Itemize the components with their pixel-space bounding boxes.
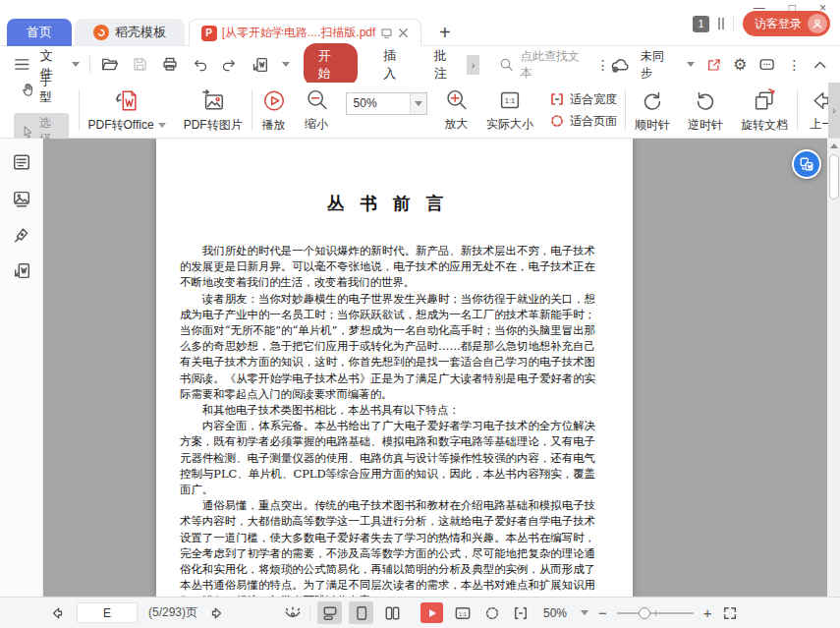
scroll-up-arrow[interactable] <box>830 143 838 148</box>
pdf-page-content: 丛 书 前 言 我们所处的时代是一个知识爆炸的新时代。新产品、新技术层出不穷，电… <box>156 139 633 597</box>
rotate-counterclockwise-label: 逆时针 <box>688 117 723 134</box>
outline-panel-icon[interactable] <box>12 152 31 172</box>
fit-width-button[interactable]: 适合宽度 <box>550 91 617 108</box>
tab-home[interactable]: 首页 <box>7 19 72 46</box>
chevron-down-icon[interactable] <box>687 62 695 67</box>
scrollbar-thumb[interactable] <box>829 154 839 200</box>
rotate-counterclockwise-icon <box>693 87 718 114</box>
rotate-clockwise-label: 顺时针 <box>635 117 670 134</box>
collapse-ribbon-icon[interactable] <box>813 60 826 70</box>
view-mode-double-page-button[interactable] <box>380 601 405 624</box>
pdf-to-image-button[interactable]: PDF转图片 <box>175 87 252 134</box>
tab-document-pdf[interactable]: P [从零开始学电路....扫描版.pdf <box>189 19 421 46</box>
view-mode-single-page-button[interactable] <box>349 601 373 624</box>
zoom-in-button[interactable]: 放大 <box>435 87 477 133</box>
pdf-page[interactable]: 丛 书 前 言 我们所处的时代是一个知识爆炸的新时代。新产品、新技术层出不穷，电… <box>156 139 633 597</box>
cursor-icon <box>21 124 33 139</box>
divider <box>797 89 798 131</box>
eye-protect-icon[interactable] <box>283 604 303 621</box>
thumbnails-panel-icon[interactable] <box>12 189 31 208</box>
rotate-clockwise-button[interactable]: 顺时针 <box>626 87 679 134</box>
zoom-level-combobox[interactable]: 50% <box>346 92 428 115</box>
paragraph: 我们所处的时代是一个知识爆炸的新时代。新产品、新技术层出不穷，电子技术的发展更是… <box>180 243 595 291</box>
redo-icon[interactable] <box>221 57 238 73</box>
cloud-sync-icon[interactable] <box>610 57 629 73</box>
paragraph: 内容全面，体系完备。本丛书给出了广大电子爱好者学习电子技术的全方位解决方案，既有… <box>180 418 595 497</box>
settings-gear-icon[interactable]: ⚙ <box>733 57 747 73</box>
actual-size-status-icon[interactable]: 1:1 <box>454 605 472 621</box>
print-icon[interactable] <box>161 56 179 73</box>
zoom-slider[interactable] <box>617 607 694 619</box>
left-side-panel <box>0 139 43 597</box>
signature-pen-icon[interactable] <box>12 225 31 245</box>
fit-group: 适合宽度 适合页面 <box>550 91 617 130</box>
ribbon-tab-start[interactable]: 开始 <box>304 43 359 86</box>
export-to-word-icon[interactable] <box>251 56 269 74</box>
fit-width-icon <box>550 92 564 106</box>
pdf-to-office-icon <box>114 87 140 114</box>
slider-knob[interactable] <box>639 607 650 619</box>
previous-page-arrow-icon[interactable] <box>49 605 66 621</box>
view-mode-group <box>283 598 405 628</box>
play-slideshow-status-button[interactable] <box>420 602 443 623</box>
fit-page-button[interactable]: 适合页面 <box>550 113 617 130</box>
fit-page-status-icon[interactable] <box>484 605 500 621</box>
undo-icon[interactable] <box>192 57 208 73</box>
pdf-to-office-button[interactable]: PDF转Office <box>80 87 175 134</box>
zoom-out-icon <box>305 87 329 113</box>
tab-docer-templates[interactable]: 稻壳模板 <box>75 19 185 46</box>
ribbon-tabs-overflow-button[interactable]: › <box>467 55 479 75</box>
chevron-down-icon[interactable] <box>581 610 588 615</box>
new-tab-button[interactable]: + <box>439 23 451 42</box>
sync-status-label[interactable]: 未同步 <box>641 48 675 82</box>
page-number-input[interactable] <box>77 602 138 623</box>
open-file-icon[interactable] <box>100 56 119 73</box>
tab-home-label: 首页 <box>27 24 52 41</box>
zoom-level-status[interactable]: 50% <box>539 606 571 620</box>
ribbon-toolbar: 手型 选择 PDF转Office PDF转图片 播放 缩小 50% 放大 1:1… <box>0 83 840 139</box>
double-page-view-icon <box>384 605 401 621</box>
find-text-box[interactable]: 点此查找文本 ⋮ <box>499 48 610 82</box>
rotate-counterclockwise-button[interactable]: 逆时针 <box>679 87 732 134</box>
zoom-out-button[interactable]: 缩小 <box>296 87 338 133</box>
popout-window-icon[interactable] <box>380 27 393 39</box>
hand-tool-button[interactable]: 手型 <box>14 71 69 108</box>
zoom-controls-group: 50% − + <box>539 598 738 628</box>
tab-bar: 首页 稻壳模板 P [从零开始学电路....扫描版.pdf + <box>7 19 451 46</box>
tab-docer-label: 稻壳模板 <box>115 24 166 41</box>
zoom-in-plus-button[interactable]: + <box>703 608 712 618</box>
fullscreen-icon[interactable] <box>722 605 738 621</box>
zoom-dropdown-button[interactable] <box>410 93 426 114</box>
close-tab-icon[interactable] <box>398 28 409 38</box>
share-icon[interactable] <box>706 57 721 73</box>
status-bar: (5/293)页 1:1 50% − + <box>0 597 840 628</box>
ribbon-overflow-strip[interactable]: › <box>828 83 840 138</box>
next-page-arrow-icon[interactable] <box>208 605 225 621</box>
ribbon-tab-annotate[interactable]: 批注 <box>434 47 460 83</box>
more-options-icon[interactable]: ⋮ <box>788 59 802 71</box>
export-word-panel-icon[interactable] <box>12 261 31 281</box>
search-options-icon[interactable]: ⋮ <box>596 59 610 71</box>
svg-text:1:1: 1:1 <box>505 96 515 105</box>
play-label: 播放 <box>262 117 286 134</box>
chevron-down-icon <box>158 123 166 128</box>
actual-size-icon: 1:1 <box>497 87 523 113</box>
view-mode-navigation-button[interactable] <box>317 601 342 624</box>
vertical-scrollbar[interactable] <box>827 139 840 597</box>
quick-convert-float-button[interactable] <box>792 149 821 179</box>
zoom-out-minus-button[interactable]: − <box>598 608 607 618</box>
rotate-document-button[interactable]: 旋转文档 <box>732 87 797 134</box>
window-count-badge[interactable]: 1 <box>693 16 709 32</box>
titlebar-right-cluster: 1 访客登录 <box>693 11 830 36</box>
guest-login-button[interactable]: 访客登录 <box>743 11 830 36</box>
comment-icon[interactable] <box>758 57 775 73</box>
hand-icon <box>21 82 33 97</box>
play-slideshow-button[interactable]: 播放 <box>252 87 296 134</box>
fit-width-status-icon[interactable] <box>513 605 529 621</box>
actual-size-button[interactable]: 1:1 实际大小 <box>477 87 542 133</box>
save-icon[interactable] <box>132 56 148 73</box>
divider <box>89 56 90 74</box>
ribbon-tab-insert[interactable]: 插入 <box>383 47 409 83</box>
chevron-down-icon[interactable] <box>282 62 290 67</box>
pdf-to-image-label: PDF转图片 <box>184 117 243 134</box>
